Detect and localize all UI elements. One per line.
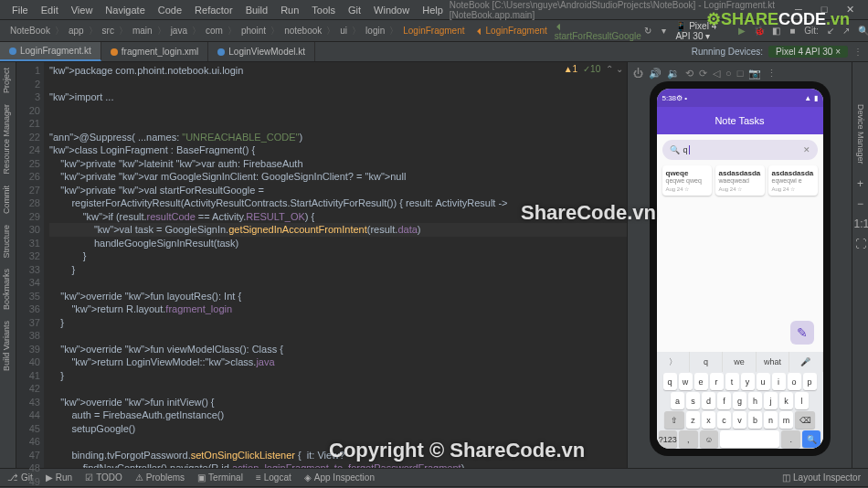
key-a[interactable]: a	[671, 392, 684, 409]
crumb[interactable]: main	[130, 26, 155, 36]
menu-file[interactable]: File	[5, 5, 35, 16]
key-y[interactable]: y	[741, 373, 755, 390]
sync-icon[interactable]: ↻	[643, 25, 652, 37]
menu-window[interactable]: Window	[367, 5, 416, 16]
tool-commit[interactable]: Commit	[0, 180, 16, 219]
zoom-reset-icon[interactable]: ⛶	[854, 238, 867, 250]
more-emu-icon[interactable]: ⋮	[767, 68, 777, 80]
tool-run[interactable]: ▶ Run	[46, 472, 72, 483]
rotate-right-icon[interactable]: ⟳	[699, 68, 707, 80]
tool-todo[interactable]: ☑ TODO	[85, 472, 122, 483]
key-x[interactable]: x	[702, 411, 715, 429]
tool-structure[interactable]: Structure	[0, 219, 16, 264]
menu-code[interactable]: Code	[152, 5, 188, 16]
run-select[interactable]: ▾	[660, 25, 669, 37]
code-editor[interactable]: 1232021222425262728293031323334353637383…	[16, 62, 627, 468]
crumb[interactable]: src	[100, 26, 117, 36]
key-d[interactable]: d	[702, 392, 715, 409]
tool-device-manager[interactable]: Device Manager	[854, 99, 867, 170]
key-p[interactable]: p	[803, 373, 817, 390]
search-icon[interactable]: 🔍	[858, 25, 868, 37]
key-q[interactable]: q	[663, 373, 677, 390]
tool-logcat[interactable]: ≡ Logcat	[256, 472, 291, 483]
search-input[interactable]: 🔍 q ✕	[662, 140, 818, 160]
key-k[interactable]: k	[779, 392, 793, 409]
zoom-out-icon[interactable]: −	[854, 197, 867, 210]
git-pull-icon[interactable]: ↙	[826, 25, 835, 37]
key-o[interactable]: o	[788, 373, 801, 390]
crumb-project[interactable]: NoteBook	[7, 26, 53, 36]
crumb[interactable]: ui	[337, 26, 350, 36]
menu-run[interactable]: Run	[274, 5, 305, 16]
code-area[interactable]: "kw">package com.phoint.notebook.ui.logi…	[44, 62, 627, 468]
git-push-icon[interactable]: ↗	[842, 25, 852, 37]
zoom-in-icon[interactable]: +	[854, 177, 867, 190]
fab-add-note[interactable]: ✎	[790, 321, 814, 345]
menu-tools[interactable]: Tools	[305, 5, 342, 16]
menu-help[interactable]: Help	[416, 5, 450, 16]
mic-icon[interactable]: 🎤	[789, 352, 822, 372]
more-icon[interactable]: ⋮	[853, 47, 863, 57]
power-icon[interactable]: ⏻	[633, 68, 643, 80]
profile-icon[interactable]: ◧	[772, 25, 781, 37]
soft-keyboard[interactable]: 〉 q we what 🎤 qwertyuiopasdfghjkl⇧zxcvbn…	[657, 352, 823, 449]
key-i[interactable]: i	[772, 373, 786, 390]
expand-icon[interactable]: 〉	[657, 352, 690, 372]
note-card[interactable]: asdasdasdaeqweqwi eAug 24 ☆	[768, 165, 818, 196]
rotate-left-icon[interactable]: ⟲	[685, 68, 693, 80]
device-selector[interactable]: 📱 Pixel 4 API 30 ▾	[675, 21, 729, 41]
run-config-icon[interactable]: ⏴	[473, 26, 486, 36]
menu-build[interactable]: Build	[239, 5, 274, 16]
key-☺[interactable]: ☺	[700, 430, 719, 448]
tab-login-fragment[interactable]: LoginFragment.kt	[0, 42, 101, 61]
key-e[interactable]: e	[694, 373, 708, 390]
crumb[interactable]: phoint	[238, 26, 269, 36]
key-s[interactable]: s	[686, 392, 700, 409]
key-⇧[interactable]: ⇧	[664, 411, 684, 429]
tool-resource-manager[interactable]: Resource Manager	[0, 99, 16, 180]
note-card[interactable]: asdasdasdawaeqweadAug 24 ☆	[715, 165, 765, 196]
tool-project[interactable]: Project	[0, 62, 16, 99]
key-⌫[interactable]: ⌫	[795, 411, 815, 429]
key-u[interactable]: u	[757, 373, 770, 390]
key-🔍[interactable]: 🔍	[802, 430, 821, 448]
keyboard-suggestions[interactable]: 〉 q we what 🎤	[657, 352, 823, 372]
key-w[interactable]: w	[679, 373, 693, 390]
crumb[interactable]: notebook	[281, 26, 324, 36]
volume-down-icon[interactable]: 🔉	[667, 68, 680, 80]
menu-navigate[interactable]: Navigate	[99, 5, 151, 16]
start-for-result[interactable]: ⏴ startForResultGoogle	[553, 21, 643, 41]
crumb[interactable]: java	[168, 26, 190, 36]
tool-app-inspection[interactable]: ◈ App Inspection	[304, 472, 375, 483]
key-j[interactable]: j	[764, 392, 778, 409]
inspection-indicator[interactable]: ▲1 ✓10 ⌃ ⌄	[564, 64, 623, 74]
key-c[interactable]: c	[717, 411, 731, 429]
key-f[interactable]: f	[717, 392, 731, 409]
zoom-fit-icon[interactable]: 1:1	[854, 217, 867, 230]
key-v[interactable]: v	[733, 411, 746, 429]
key-r[interactable]: r	[710, 373, 724, 390]
run-config-label[interactable]: LoginFragment	[486, 26, 547, 36]
device-screen[interactable]: 5:38 ⚙ •▲ ▮ Note Tasks 🔍 q ✕ qweqeqeqwe …	[657, 89, 823, 449]
back-icon[interactable]: ◁	[713, 68, 720, 80]
minimize-button[interactable]: ─	[786, 4, 811, 16]
clear-icon[interactable]: ✕	[803, 145, 810, 154]
tool-build-variants[interactable]: Build Variants	[0, 315, 16, 377]
menu-view[interactable]: View	[65, 5, 100, 16]
key-?123[interactable]: ?123	[659, 430, 678, 448]
volume-up-icon[interactable]: 🔊	[649, 68, 662, 80]
menu-edit[interactable]: Edit	[35, 5, 65, 16]
key-.[interactable]: .	[781, 430, 800, 448]
tab-fragment-login-xml[interactable]: fragment_login.xml	[101, 42, 208, 61]
crumb[interactable]: app	[66, 26, 87, 36]
tool-bookmarks[interactable]: Bookmarks	[0, 263, 16, 315]
crumb[interactable]: com	[203, 26, 226, 36]
run-icon[interactable]: ▶	[737, 25, 746, 37]
tool-layout-inspector[interactable]: ◫ Layout Inspector	[782, 472, 861, 483]
tool-problems[interactable]: ⚠ Problems	[135, 472, 185, 483]
key-space[interactable]	[720, 430, 779, 448]
close-button[interactable]: ✕	[837, 4, 863, 16]
maximize-button[interactable]: □	[811, 4, 837, 16]
running-device-chip[interactable]: Pixel 4 API 30 ×	[768, 46, 848, 58]
key-g[interactable]: g	[733, 392, 746, 409]
